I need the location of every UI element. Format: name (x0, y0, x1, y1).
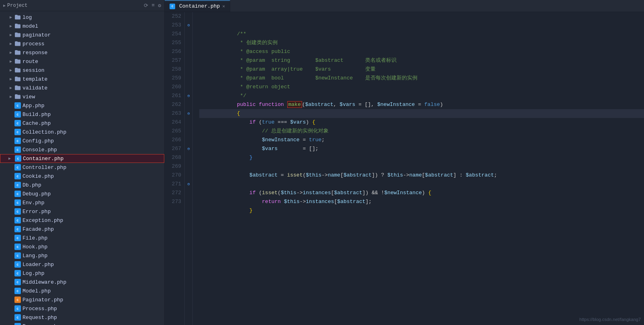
gutter-252 (185, 12, 192, 21)
variable-token: $abstract (466, 172, 494, 178)
arrow-icon: ▶ (8, 50, 14, 55)
code-token: ( (256, 190, 262, 196)
sidebar-item-env-php[interactable]: C Env.php (0, 198, 164, 207)
file-label: Facade.php (22, 226, 54, 232)
variable-token: $vars (262, 146, 278, 152)
sidebar-item-paginator-php[interactable]: C Paginator.php (0, 295, 164, 304)
sidebar-item-build-php[interactable]: C Build.php (0, 110, 164, 119)
keyword-token: true (309, 137, 321, 143)
gutter-272 (185, 189, 192, 197)
variable-token: $this (306, 172, 321, 178)
code-line-261: public function make($abstract, $vars = … (199, 91, 644, 100)
gutter-256 (185, 47, 192, 56)
sidebar-item-response-php[interactable]: C Response.php (0, 322, 164, 325)
sidebar-item-console-php[interactable]: C Console.php (0, 145, 164, 154)
code-token: -> (403, 172, 409, 178)
line-num-264: 264 (168, 118, 181, 127)
keyword-token: public (237, 102, 256, 108)
sidebar-item-template[interactable]: ▶ template (0, 75, 164, 83)
gutter-254 (185, 30, 192, 39)
line-numbers-gutter: 252 253 254 255 256 257 258 259 260 261 … (165, 12, 185, 325)
settings-icon[interactable]: ⚙ (158, 2, 161, 9)
sync-icon[interactable]: ⟳ (144, 2, 148, 9)
php-file-icon: C (14, 323, 21, 325)
code-token: === (274, 119, 290, 125)
keyword-token: function (259, 102, 284, 108)
code-token: ; (494, 172, 497, 178)
code-token: ] (453, 172, 456, 178)
sidebar-item-process[interactable]: ▶ process (0, 39, 164, 48)
sidebar-item-route[interactable]: ▶ route (0, 57, 164, 66)
code-token: ( (259, 119, 262, 125)
file-label: Collection.php (22, 129, 66, 135)
sidebar-item-view[interactable]: ▶ view (0, 92, 164, 101)
arrow-right-icon: ▶ (8, 156, 14, 161)
code-token: ( (278, 190, 281, 196)
code-token (224, 154, 249, 160)
sidebar: ▶ Project ⟳ ≡ ⚙ ▶ log ▶ model ▶ paginato… (0, 0, 165, 325)
sidebar-title: Project (7, 3, 27, 8)
arrow-icon: ▶ (8, 76, 14, 82)
code-token: ]; (366, 199, 372, 205)
sidebar-item-session[interactable]: ▶ session (0, 66, 164, 75)
php-file-icon: C (14, 146, 21, 153)
code-token (425, 190, 428, 196)
sidebar-item-process-php[interactable]: C Process.php (0, 304, 164, 313)
file-label: Build.php (22, 112, 51, 118)
tab-container-php[interactable]: C Container.php ✕ (165, 0, 230, 12)
php-file-icon: C (14, 297, 21, 303)
variable-token: $newInstance (262, 137, 300, 143)
sidebar-item-response[interactable]: ▶ response (0, 48, 164, 57)
sidebar-item-config-php[interactable]: C Config.php (0, 136, 164, 145)
file-label: Lang.php (22, 253, 47, 259)
variable-token: $abstract (425, 172, 453, 178)
line-num-254: 254 (168, 30, 181, 39)
sidebar-item-facade-php[interactable]: C Facade.php (0, 225, 164, 234)
line-num-266: 266 (168, 136, 181, 144)
sidebar-item-log[interactable]: ▶ log (0, 13, 164, 22)
php-file-icon: C (14, 102, 21, 109)
sidebar-item-cache-php[interactable]: C Cache.php (0, 119, 164, 128)
sidebar-item-debug-php[interactable]: C Debug.php (0, 189, 164, 198)
sidebar-item-log-php[interactable]: C Log.php (0, 269, 164, 278)
code-token (224, 102, 237, 108)
sidebar-item-db-php[interactable]: C Db.php (0, 181, 164, 189)
sidebar-item-loader-php[interactable]: C Loader.php (0, 260, 164, 269)
variable-token: $abstract (343, 172, 372, 178)
sidebar-item-model[interactable]: ▶ model (0, 22, 164, 30)
sidebar-item-cookie-php[interactable]: C Cookie.php (0, 172, 164, 181)
code-content-area[interactable]: 252 253 254 255 256 257 258 259 260 261 … (165, 12, 644, 325)
sidebar-item-middleware-php[interactable]: C Middleware.php (0, 278, 164, 286)
sidebar-item-app-php[interactable]: C App.php (0, 101, 164, 110)
file-label: Controller.php (22, 165, 66, 171)
gutter-258 (185, 65, 192, 74)
sidebar-item-validate[interactable]: ▶ validate (0, 83, 164, 92)
code-token: = (278, 172, 287, 178)
code-token: = (278, 146, 309, 152)
sidebar-item-hook-php[interactable]: C Hook.php (0, 242, 164, 251)
sidebar-item-request-php[interactable]: C Request.php (0, 313, 164, 322)
property-token: name (328, 172, 340, 178)
sidebar-item-container-php[interactable]: ▶ C Container.php (0, 154, 164, 163)
file-label: Db.php (22, 182, 41, 188)
code-token: ) (306, 119, 312, 125)
variable-token: $vars (290, 119, 306, 125)
sidebar-item-lang-php[interactable]: C Lang.php (0, 251, 164, 260)
file-label: Console.php (22, 147, 57, 153)
sidebar-item-model-php[interactable]: C Model.php (0, 286, 164, 295)
sidebar-item-error-php[interactable]: C Error.php (0, 207, 164, 216)
watermark: https://blog.csdn.net/fangkang7 (579, 317, 641, 322)
tab-close-icon[interactable]: ✕ (222, 4, 225, 9)
sidebar-item-exception-php[interactable]: C Exception.php (0, 216, 164, 225)
sidebar-item-controller-php[interactable]: C Controller.php (0, 163, 164, 172)
variable-token: $vars (339, 102, 355, 108)
collapse-icon[interactable]: ≡ (151, 2, 155, 9)
code-token: []; (309, 146, 318, 152)
php-file-icon: C (14, 235, 21, 241)
sidebar-item-collection-php[interactable]: C Collection.php (0, 128, 164, 136)
code-text-area[interactable]: /** * 创建类的实例 * @access public * @param s… (193, 12, 644, 325)
sidebar-item-paginator[interactable]: ▶ paginator (0, 30, 164, 39)
line-num-257: 257 (168, 56, 181, 65)
line-num-256: 256 (168, 47, 181, 56)
sidebar-item-file-php[interactable]: C File.php (0, 234, 164, 242)
